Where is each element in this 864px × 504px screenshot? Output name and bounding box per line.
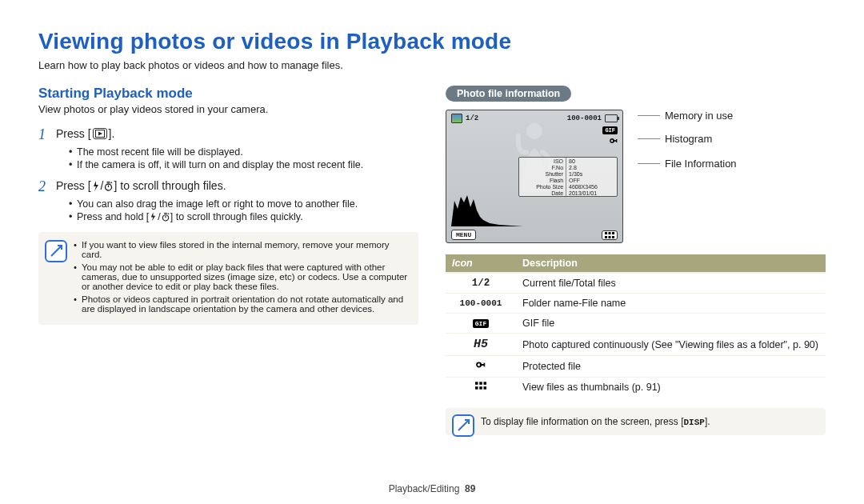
step1-prefix: Press [	[56, 127, 91, 140]
step-1-text: Press [].	[56, 126, 114, 140]
callout-fileinfo: File Information	[665, 158, 737, 170]
table-row: H5 Photo captured continuously (See "Vie…	[446, 334, 826, 356]
svg-point-16	[526, 123, 542, 139]
desc-cell: Current file/Total files	[516, 273, 826, 294]
desc-cell: Folder name-File name	[516, 294, 826, 314]
footer-section: Playback/Editing	[389, 483, 460, 494]
info-label: ISO	[519, 158, 566, 164]
svg-rect-28	[475, 382, 478, 385]
page-lead: Learn how to play back photos or videos …	[38, 59, 826, 71]
left-column: Starting Playback mode View photos or pl…	[38, 86, 418, 435]
svg-marker-7	[151, 212, 155, 222]
step-number: 1	[38, 126, 56, 143]
svg-rect-31	[475, 386, 478, 390]
info-value: OFF	[566, 177, 617, 183]
note-bullet-1: If you want to view files stored in the …	[74, 240, 409, 259]
svg-rect-27	[484, 365, 486, 366]
info-label: F.No	[519, 164, 566, 170]
svg-rect-10	[164, 213, 167, 214]
table-head-icon: Icon	[446, 254, 516, 273]
icon-thumbnails	[446, 378, 516, 398]
icon-description-table: Icon Description 1/2 Current file/Total …	[446, 254, 826, 397]
step-2-text: Press [/] to scroll through files.	[56, 178, 226, 194]
page-title: Viewing photos or videos in Playback mod…	[38, 29, 826, 54]
step2-prefix: Press [	[56, 179, 91, 192]
svg-rect-20	[612, 232, 614, 234]
step-number: 2	[38, 178, 56, 195]
info-value: 2.8	[566, 164, 617, 170]
note-single-post: ].	[705, 416, 710, 427]
menu-button: MENU	[451, 230, 476, 240]
step1-suffix: ].	[109, 127, 115, 140]
icon-gif: GIF	[446, 314, 516, 334]
step2-bullet-1: You can also drag the image left or righ…	[69, 198, 418, 210]
callout-labels: Memory in use Histogram File Information	[638, 110, 737, 181]
section-desc: View photos or play videos stored in you…	[38, 103, 418, 115]
lock-icon	[610, 137, 618, 146]
step1-bullet-1: The most recent file will be displayed.	[69, 146, 418, 158]
table-row: View files as thumbnails (p. 91)	[446, 378, 826, 398]
disp-button-label: DISP	[683, 418, 704, 427]
svg-rect-18	[605, 232, 607, 234]
step2-bullet-2-pre: Press and hold [	[77, 211, 149, 222]
info-value: 2013/01/01	[566, 190, 617, 196]
svg-line-6	[111, 182, 113, 183]
desc-cell: View files as thumbnails (p. 91)	[516, 378, 826, 398]
svg-marker-1	[98, 132, 102, 136]
callout-histogram: Histogram	[665, 133, 712, 145]
svg-rect-5	[107, 182, 110, 183]
thumbnail-button	[602, 230, 618, 240]
subsection-pill: Photo file information	[446, 86, 571, 102]
flash-icon	[92, 181, 100, 194]
info-label: Shutter	[519, 170, 566, 177]
note-icon	[45, 240, 67, 262]
svg-rect-33	[484, 386, 487, 390]
svg-rect-32	[479, 386, 482, 390]
info-value: 80	[566, 158, 617, 164]
table-row: 1/2 Current file/Total files	[446, 273, 826, 294]
step-1: 1 Press [].	[38, 126, 418, 143]
note-single: To display file information on the scree…	[446, 408, 826, 435]
info-label: Flash	[519, 177, 566, 183]
svg-marker-2	[94, 181, 98, 191]
svg-rect-26	[484, 363, 486, 365]
flash-icon	[150, 212, 157, 224]
table-row: GIF GIF file	[446, 314, 826, 334]
playback-button-icon	[93, 128, 107, 139]
svg-point-8	[162, 215, 168, 221]
svg-marker-17	[451, 195, 523, 226]
file-info-overlay: ISO80 F.No2.8 Shutter1/30s FlashOFF Phot…	[518, 157, 618, 197]
table-head-desc: Description	[516, 254, 826, 273]
step2-bullet-2-post: ] to scroll through files quickly.	[170, 211, 303, 222]
svg-line-11	[168, 214, 169, 214]
info-label: Photo Size	[519, 183, 566, 190]
svg-rect-14	[616, 139, 617, 141]
table-row: 100-0001 Folder name-File name	[446, 294, 826, 314]
icon-continuous: H5	[446, 334, 516, 356]
timer-icon	[104, 181, 113, 194]
info-label: Date	[519, 190, 566, 196]
step2-bullet-2: Press and hold [/] to scroll through fil…	[69, 211, 418, 224]
step-2: 2 Press [/] to scroll through files.	[38, 178, 418, 195]
photo-type-icon	[451, 114, 462, 123]
step2-suffix: ] to scroll through files.	[114, 179, 226, 192]
callout-memory: Memory in use	[665, 110, 733, 122]
svg-rect-21	[605, 236, 607, 238]
note-box: If you want to view files stored in the …	[38, 232, 418, 325]
icon-counter: 1/2	[446, 273, 516, 294]
camera-screen: 1/2 100-0001 GIF	[446, 110, 623, 243]
histogram-icon	[451, 193, 523, 226]
section-heading: Starting Playback mode	[38, 86, 418, 102]
svg-rect-19	[609, 232, 611, 234]
svg-rect-22	[609, 236, 611, 238]
svg-rect-30	[484, 382, 487, 385]
gif-badge-icon: GIF	[602, 126, 618, 134]
svg-rect-29	[479, 382, 482, 385]
step1-bullet-2: If the camera is off, it will turn on an…	[69, 159, 418, 170]
icon-folderfile: 100-0001	[446, 294, 516, 314]
info-value: 4608X3456	[566, 183, 617, 190]
step-1-bullets: The most recent file will be displayed. …	[38, 146, 418, 170]
desc-cell: Protected file	[516, 356, 826, 378]
svg-rect-23	[612, 236, 614, 238]
right-column: Photo file information 1/2 100-0001	[446, 86, 826, 435]
